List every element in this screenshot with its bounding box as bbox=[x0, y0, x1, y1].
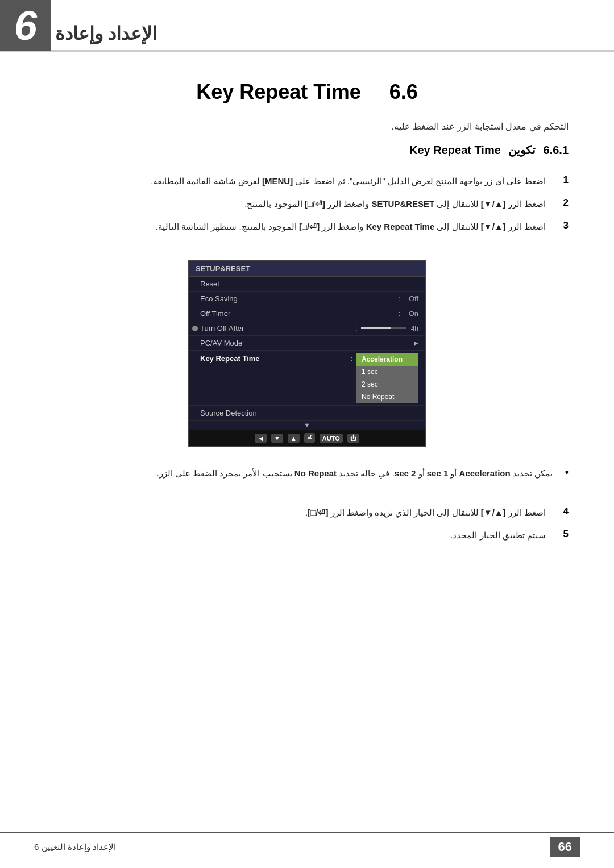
osd-btn-enter: ⏎ bbox=[304, 433, 315, 443]
osd-btn-power: ⏻ bbox=[347, 434, 359, 443]
osd-value-turnoff: 4h bbox=[411, 325, 418, 333]
osd-label-turnoff: Turn Off After bbox=[200, 324, 352, 333]
osd-bottom-bar: ◄ ▼ ▲ ⏎ AUTO ⏻ bbox=[189, 430, 425, 446]
step-5: 5 سيتم تطبيق الخيار المحدد. bbox=[45, 529, 569, 542]
section-title-text: Key Repeat Time 6.6 bbox=[45, 80, 569, 104]
steps-list-main: 1 اضغط على أي زر بواجهة المنتج لعرض الدل… bbox=[0, 163, 614, 248]
osd-btn-power-icon: ⏻ bbox=[347, 434, 359, 443]
osd-btn-left: ◄ bbox=[255, 434, 267, 443]
osd-row-turnoff: Turn Off After : 4h bbox=[189, 321, 425, 336]
step-4: 4 اضغط الزر [▲/▼] للانتقال إلى الخيار ال… bbox=[45, 506, 569, 520]
osd-slider-turnoff bbox=[361, 327, 406, 329]
osd-option-acceleration: Acceleration bbox=[356, 353, 418, 366]
osd-colon-keyrepeat: : bbox=[350, 353, 352, 363]
bullet-item-1: • يمكن تحديد Acceleration أو sec 1 أو se… bbox=[45, 467, 569, 480]
header-section: الإعداد وإعادة التعيين 6 bbox=[0, 0, 614, 52]
subsection-title-block: 6.6.1 تكوين Key Repeat Time bbox=[45, 143, 569, 163]
section-description: التحكم في معدل استجابة الزر عند الضغط عل… bbox=[0, 115, 614, 143]
osd-label-offtimer: Off Timer bbox=[200, 309, 395, 318]
osd-indicator-turnoff bbox=[192, 326, 198, 331]
bullet-section: • يمكن تحديد Acceleration أو sec 1 أو se… bbox=[0, 458, 614, 495]
subsection-number: 6.6.1 bbox=[544, 144, 569, 156]
step-3-number: 3 bbox=[551, 220, 569, 231]
osd-btn-auto-icon: AUTO bbox=[320, 434, 343, 443]
section-number: 6.6 bbox=[389, 80, 418, 103]
osd-row-keyrepeat: Key Repeat Time : Acceleration 1 sec 2 s… bbox=[189, 351, 425, 406]
bullet-dot-1: • bbox=[557, 467, 569, 479]
osd-colon-turnoff: : bbox=[355, 324, 358, 333]
step-1-number: 1 bbox=[551, 175, 569, 186]
section-description-text: التحكم في معدل استجابة الزر عند الضغط عل… bbox=[391, 122, 569, 131]
step-2: 2 اضغط الزر [▲/▼] للانتقال إلى SETUP&RES… bbox=[45, 197, 569, 211]
footer: 66 الإعداد وإعادة التعيين 6 bbox=[0, 832, 614, 857]
footer-page-number: 66 bbox=[550, 837, 580, 857]
section-title-block: Key Repeat Time 6.6 bbox=[0, 52, 614, 115]
osd-btn-up-icon: ▲ bbox=[288, 434, 300, 443]
step-3: 3 اضغط الزر [▲/▼] للانتقال إلى Key Repea… bbox=[45, 220, 569, 234]
osd-slider-turnoff-fill bbox=[361, 327, 391, 329]
step-2-text: اضغط الزر [▲/▼] للانتقال إلى SETUP&RESET… bbox=[244, 197, 546, 211]
osd-label-eco: Eco Saving bbox=[200, 294, 395, 303]
osd-colon-offtimer: : bbox=[399, 309, 401, 318]
footer-chapter-text: الإعداد وإعادة التعيين 6 bbox=[34, 842, 116, 852]
step-4-text: اضغط الزر [▲/▼] للانتقال إلى الخيار الذي… bbox=[305, 506, 546, 520]
osd-btn-left-icon: ◄ bbox=[255, 434, 267, 443]
osd-option-1sec: 1 sec bbox=[356, 366, 418, 378]
step-4-number: 4 bbox=[551, 506, 569, 517]
bullet-text-1: يمكن تحديد Acceleration أو sec 1 أو sec … bbox=[157, 467, 553, 480]
osd-menu: SETUP&RESET Reset Eco Saving : Off Off T… bbox=[188, 260, 426, 447]
osd-option-norepeat: No Repeat bbox=[356, 391, 418, 403]
osd-row-reset: Reset bbox=[189, 277, 425, 292]
osd-btn-down: ▼ bbox=[271, 434, 283, 443]
osd-row-source: Source Detection bbox=[189, 406, 425, 421]
step-1-text: اضغط على أي زر بواجهة المنتج لعرض الدليل… bbox=[151, 175, 546, 188]
osd-value-offtimer: On bbox=[409, 309, 418, 318]
osd-slider-turnoff-group: 4h bbox=[361, 325, 418, 333]
step-1: 1 اضغط على أي زر بواجهة المنتج لعرض الدل… bbox=[45, 175, 569, 188]
subsection-title-ar: تكوين bbox=[508, 144, 536, 156]
osd-value-eco: Off bbox=[409, 294, 418, 303]
section-title-en: Key Repeat Time bbox=[196, 80, 360, 103]
osd-option-2sec: 2 sec bbox=[356, 378, 418, 391]
osd-btn-up: ▲ bbox=[288, 434, 300, 443]
subsection-title-en: Key Repeat Time bbox=[409, 144, 501, 157]
step-5-text: سيتم تطبيق الخيار المحدد. bbox=[450, 529, 546, 542]
step-5-number: 5 bbox=[551, 529, 569, 540]
step-2-number: 2 bbox=[551, 197, 569, 209]
chapter-number-box: 6 bbox=[0, 0, 51, 51]
step-3-text: اضغط الزر [▲/▼] للانتقال إلى Key Repeat … bbox=[156, 220, 546, 234]
osd-menu-container: SETUP&RESET Reset Eco Saving : Off Off T… bbox=[45, 260, 569, 447]
osd-colon-eco: : bbox=[399, 294, 401, 303]
osd-row-pcav: PC/AV Mode ▶ bbox=[189, 336, 425, 351]
osd-label-pcav: PC/AV Mode bbox=[200, 339, 412, 347]
osd-btn-down-icon: ▼ bbox=[271, 434, 283, 443]
steps-list-continued: 4 اضغط الزر [▲/▼] للانتقال إلى الخيار ال… bbox=[0, 495, 614, 557]
osd-label-source: Source Detection bbox=[200, 409, 418, 417]
osd-row-eco: Eco Saving : Off bbox=[189, 292, 425, 306]
osd-dropdown-keyrepeat: Acceleration 1 sec 2 sec No Repeat bbox=[356, 353, 418, 403]
osd-label-reset: Reset bbox=[200, 280, 418, 288]
osd-row-offtimer: Off Timer : On bbox=[189, 306, 425, 321]
osd-btn-auto: AUTO bbox=[320, 434, 343, 443]
osd-header: SETUP&RESET bbox=[189, 261, 425, 277]
osd-more-rows: ▼ bbox=[189, 421, 425, 430]
osd-label-keyrepeat: Key Repeat Time bbox=[200, 353, 347, 363]
osd-btn-enter-icon: ⏎ bbox=[304, 433, 315, 443]
osd-arrow-pcav: ▶ bbox=[414, 340, 418, 346]
chapter-number: 6 bbox=[14, 2, 37, 49]
